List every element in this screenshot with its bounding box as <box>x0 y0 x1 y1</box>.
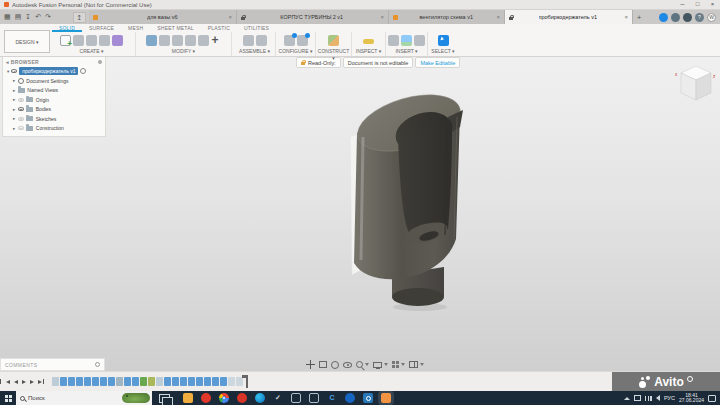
browser-root-item[interactable]: ▾ пробиркодержатель v1 <box>3 66 105 76</box>
measure-icon[interactable] <box>363 39 374 44</box>
tray-chevron-up-icon[interactable] <box>624 397 630 400</box>
fit-icon[interactable] <box>319 361 327 368</box>
avatar[interactable]: W <box>707 13 716 22</box>
language-indicator[interactable]: РУС <box>664 395 675 401</box>
move-copy-icon[interactable] <box>211 35 222 46</box>
comments-bar[interactable]: COMMENTS <box>0 358 105 371</box>
close-tab-icon[interactable]: × <box>622 14 628 20</box>
expand-arrow-icon[interactable]: ▸ <box>13 78 15 83</box>
battery-icon[interactable] <box>634 395 641 401</box>
redo-icon[interactable]: ↷ <box>45 10 51 24</box>
timeline-feature-icon[interactable] <box>164 377 171 386</box>
close-tab-icon[interactable]: × <box>494 14 500 20</box>
expand-arrow-icon[interactable]: ▸ <box>13 126 15 131</box>
insert-derive-icon[interactable] <box>388 35 399 46</box>
minimize-button[interactable]: ─ <box>675 0 690 10</box>
make-editable-link[interactable]: Make Editable <box>420 60 455 66</box>
file-explorer-icon[interactable] <box>183 393 193 403</box>
tab-mesh[interactable]: MESH <box>121 24 150 32</box>
timeline-feature-icon[interactable] <box>108 377 115 386</box>
expand-arrow-icon[interactable]: ▸ <box>13 107 15 112</box>
blue-ring-app-icon[interactable] <box>363 393 373 403</box>
save-icon[interactable]: ↧ <box>25 10 31 24</box>
select-icon[interactable] <box>438 35 449 46</box>
go-to-end-button[interactable] <box>38 380 42 384</box>
doc-tab-2[interactable]: КОРПУС ТУРБИНЫ 2 v1 × <box>237 10 389 24</box>
timeline-feature-icon[interactable] <box>84 377 91 386</box>
share-button[interactable]: ↥ <box>73 12 86 23</box>
visibility-eye-icon[interactable] <box>18 107 24 111</box>
fillet-icon[interactable] <box>159 35 170 46</box>
new-component-icon[interactable] <box>243 35 254 46</box>
play-button[interactable] <box>22 380 26 384</box>
undo-icon[interactable]: ↶ <box>35 10 41 24</box>
fusion-360-app-icon[interactable] <box>381 393 391 403</box>
visibility-eye-icon[interactable] <box>18 117 24 121</box>
timeline-feature-icon[interactable] <box>100 377 107 386</box>
yandex-browser-icon[interactable] <box>237 393 247 403</box>
shell-icon[interactable] <box>172 35 183 46</box>
edge-icon[interactable] <box>255 393 265 403</box>
timeline-feature-icon[interactable] <box>156 377 163 386</box>
design-workspace-dropdown[interactable]: DESIGN ▾ <box>4 30 50 53</box>
root-component-name[interactable]: пробиркодержатель v1 <box>19 67 78 75</box>
timeline-position-marker[interactable] <box>246 375 248 388</box>
timeline-feature-icon[interactable] <box>180 377 187 386</box>
press-pull-icon[interactable] <box>146 35 157 46</box>
timeline-feature-icon[interactable] <box>236 377 243 386</box>
group-label-create[interactable]: CREATE ▾ <box>48 48 135 55</box>
timeline-feature-icon[interactable] <box>172 377 179 386</box>
timeline-feature-icon[interactable] <box>204 377 211 386</box>
expand-arrow-icon[interactable]: ▾ <box>7 69 9 74</box>
configuration-icon[interactable] <box>284 35 295 46</box>
help-icon[interactable]: ? <box>695 13 704 22</box>
close-button[interactable]: × <box>705 0 720 10</box>
insert-mesh-icon[interactable] <box>414 35 425 46</box>
red-app-icon[interactable] <box>201 393 211 403</box>
search-highlight-image[interactable] <box>122 393 150 403</box>
timeline-feature-icon[interactable] <box>52 377 59 386</box>
group-label-select[interactable]: SELECT ▾ <box>428 48 458 55</box>
create-sketch-icon[interactable] <box>60 35 71 46</box>
timeline-feature-icon[interactable] <box>76 377 83 386</box>
browser-item-named-views[interactable]: ▸ Named Views <box>3 86 105 96</box>
construction-plane-icon[interactable] <box>328 35 339 46</box>
timeline-feature-icon[interactable] <box>68 377 75 386</box>
step-back-button[interactable] <box>14 380 18 384</box>
make-editable-chip[interactable]: Make Editable <box>415 57 460 68</box>
tab-sheet-metal[interactable]: SHEET METAL <box>150 24 200 32</box>
timeline-feature-icon[interactable] <box>212 377 219 386</box>
timeline-feature-icon[interactable] <box>196 377 203 386</box>
group-label-inspect[interactable]: INSPECT ▾ <box>352 48 385 55</box>
file-new-icon[interactable]: ▤ <box>15 10 22 24</box>
timeline-feature-icon[interactable] <box>228 377 235 386</box>
collapse-panel-icon[interactable]: ◂ <box>6 59 9 65</box>
compass-3d-app-icon[interactable]: C <box>327 393 337 403</box>
timeline-feature-icon[interactable] <box>220 377 227 386</box>
extrude-icon[interactable] <box>73 35 84 46</box>
pan-icon[interactable] <box>306 360 315 369</box>
browser-item-origin[interactable]: ▸ Origin <box>3 95 105 105</box>
offset-face-icon[interactable] <box>198 35 209 46</box>
timeline-feature-icon[interactable] <box>124 377 131 386</box>
close-tab-icon[interactable]: × <box>378 14 384 20</box>
tab-utilities[interactable]: UTILITIES <box>237 24 276 32</box>
timeline-feature-icon[interactable] <box>140 377 147 386</box>
viewcube[interactable]: x z <box>674 60 718 106</box>
timeline-feature-icon[interactable] <box>188 377 195 386</box>
group-label-insert[interactable]: INSERT ▾ <box>386 48 427 55</box>
visibility-eye-icon[interactable] <box>11 69 17 73</box>
extensions-icon[interactable] <box>671 13 680 22</box>
panel-menu-icon[interactable] <box>98 60 102 64</box>
caret-down-icon[interactable] <box>401 363 405 366</box>
orbit-icon[interactable] <box>331 361 339 369</box>
revolve-icon[interactable] <box>86 35 97 46</box>
tray-clock[interactable]: 18:41 27.06.2024 <box>679 393 704 404</box>
display-settings-icon[interactable] <box>373 362 382 368</box>
model-test-tube-holder[interactable] <box>330 85 480 317</box>
browser-item-construction[interactable]: ▸ Construction <box>3 124 105 134</box>
go-to-start-button[interactable] <box>6 380 10 384</box>
check-app-icon[interactable]: ✓ <box>273 393 283 403</box>
browser-item-document-settings[interactable]: ▸ Document Settings <box>3 76 105 86</box>
action-center-icon[interactable] <box>708 395 716 402</box>
